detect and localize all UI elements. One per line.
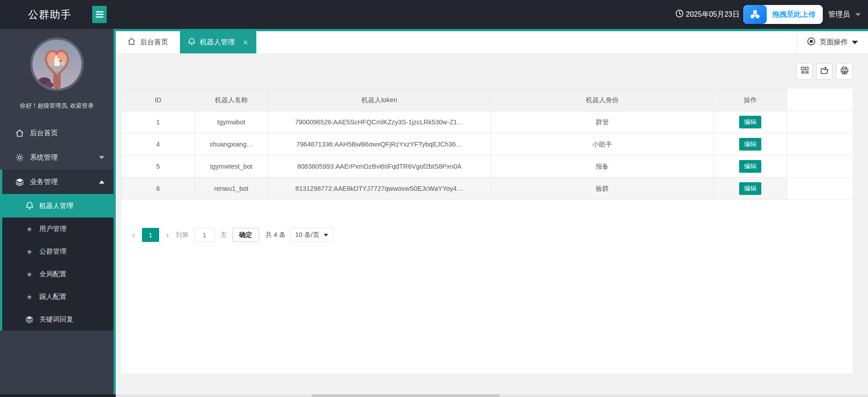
tab-bar: 后台首页 机器人管理 × 页面操作 bbox=[116, 31, 868, 54]
columns-filter-button[interactable] bbox=[797, 63, 813, 80]
goto-page-input[interactable] bbox=[194, 228, 215, 242]
column-header-filler bbox=[787, 89, 853, 111]
horizontal-scrollbar bbox=[0, 394, 868, 397]
cell-role: 验群 bbox=[491, 178, 714, 200]
column-header-actions[interactable]: 操作 bbox=[714, 89, 787, 111]
scrollbar-side-segment bbox=[0, 394, 116, 397]
total-count-label: 共 4 条 bbox=[265, 231, 286, 239]
cell-id: 5 bbox=[122, 156, 195, 178]
star-icon: ★ bbox=[25, 271, 33, 278]
sidebar: 你好！超级管理员, 欢迎登录 后台首页 系统管理 bbox=[0, 29, 113, 394]
edit-button[interactable]: 编辑 bbox=[739, 138, 761, 151]
layers-icon bbox=[25, 316, 33, 323]
page-size-value: 10 条/页 bbox=[295, 231, 319, 239]
column-header-token[interactable]: 机器人token bbox=[268, 89, 491, 111]
table-card: ID 机器人名称 机器人token 机器人身份 操作 1 tgymwbot 7 bbox=[121, 89, 853, 373]
star-icon: ★ bbox=[25, 293, 33, 300]
admin-user-menu[interactable]: 管理员 bbox=[828, 10, 850, 19]
sidebar-item-label: 关键词回复 bbox=[39, 315, 73, 324]
sidebar-item-system[interactable]: 系统管理 bbox=[0, 145, 113, 170]
export-button[interactable] bbox=[816, 63, 833, 80]
print-icon bbox=[840, 66, 849, 76]
table-row: 4 shuangxiang… 7964871336:AAH5BwB6owxQFj… bbox=[122, 133, 853, 156]
cell-name: renwu1_bot bbox=[195, 178, 268, 200]
confirm-page-button[interactable]: 确定 bbox=[232, 228, 259, 242]
sidebar-nav: 后台首页 系统管理 业务管理 bbox=[0, 121, 113, 331]
cell-token: 7964871336:AAH5BwB6owxQFjRzYxzYFTybqEJCh… bbox=[268, 133, 491, 156]
sidebar-item-keyword-reply[interactable]: 关键词回复 bbox=[2, 308, 113, 331]
page-actions-label: 页面操作 bbox=[820, 38, 848, 47]
cell-filler bbox=[787, 111, 853, 133]
gear-icon bbox=[15, 153, 24, 162]
edit-button[interactable]: 编辑 bbox=[739, 182, 761, 195]
robots-table: ID 机器人名称 机器人token 机器人身份 操作 1 tgymwbot 7 bbox=[121, 89, 853, 200]
page-actions-dropdown[interactable]: 页面操作 bbox=[797, 31, 868, 53]
chevron-up-icon bbox=[99, 180, 104, 184]
layers-icon bbox=[15, 178, 24, 186]
radio-dot-icon bbox=[807, 37, 816, 47]
export-icon bbox=[821, 66, 829, 76]
scrollbar-thumb[interactable] bbox=[312, 394, 500, 397]
bell-icon bbox=[25, 202, 33, 210]
upload-drop-overlay[interactable]: 拖拽至此上传 bbox=[743, 5, 823, 24]
prev-page-button[interactable]: ‹ bbox=[128, 230, 139, 240]
upload-overlay-label: 拖拽至此上传 bbox=[772, 10, 816, 19]
cell-name: tgymwtest_bot bbox=[195, 156, 268, 178]
sidebar-item-kick-config[interactable]: ★ 踢人配置 bbox=[2, 285, 113, 308]
column-header-role[interactable]: 机器人身份 bbox=[491, 89, 714, 111]
welcome-text: 你好！超级管理员, 欢迎登录 bbox=[0, 102, 113, 110]
cell-name: shuangxiang… bbox=[195, 133, 268, 156]
sidebar-item-business[interactable]: 业务管理 bbox=[2, 170, 113, 194]
date-text: 2025年05月23日 bbox=[686, 10, 740, 19]
chevron-down-icon bbox=[855, 13, 861, 16]
cell-token: 8131298772:AAE8kDTYJ7727qwwovwS0EJcWaYYo… bbox=[268, 178, 491, 200]
bell-icon bbox=[188, 38, 195, 47]
goto-suffix-label: 页 bbox=[221, 231, 227, 239]
table-header-row: ID 机器人名称 机器人token 机器人身份 操作 bbox=[122, 89, 853, 111]
sidebar-item-label: 全局配置 bbox=[39, 270, 66, 279]
table-row: 1 tgymwbot 7900096526:AAE5ScHFQCmlKZzy3S… bbox=[122, 111, 853, 133]
content-filler bbox=[121, 373, 853, 394]
tab-label: 机器人管理 bbox=[200, 38, 235, 47]
avatar[interactable] bbox=[30, 38, 84, 91]
tab-bar-spacer bbox=[256, 31, 797, 53]
scrollbar-track[interactable] bbox=[116, 394, 868, 397]
sidebar-item-label: 业务管理 bbox=[30, 177, 58, 187]
column-header-name[interactable]: 机器人名称 bbox=[195, 89, 268, 111]
cell-id: 6 bbox=[122, 178, 195, 200]
tab-home[interactable]: 后台首页 bbox=[116, 31, 180, 53]
hamburger-icon bbox=[96, 11, 104, 18]
cell-role: 报备 bbox=[491, 156, 714, 178]
table-row: 5 tgymwtest_bot 8083805993:AAErPxmDzBvi6… bbox=[122, 156, 853, 178]
home-icon bbox=[15, 129, 24, 137]
close-icon[interactable]: × bbox=[243, 38, 248, 47]
page-size-select[interactable]: 10 条/页 bbox=[290, 228, 333, 242]
sidebar-item-user-management[interactable]: ★ 用户管理 bbox=[2, 217, 113, 240]
next-page-button[interactable]: › bbox=[162, 230, 173, 240]
table-toolbar bbox=[121, 54, 853, 89]
cell-role: 群管 bbox=[491, 111, 714, 133]
goto-prefix-label: 到第 bbox=[176, 231, 189, 239]
sidebar-item-global-config[interactable]: ★ 全局配置 bbox=[2, 263, 113, 285]
sidebar-item-label: 用户管理 bbox=[39, 225, 66, 233]
table-row: 6 renwu1_bot 8131298772:AAE8kDTYJ7727qww… bbox=[122, 178, 853, 200]
print-button[interactable] bbox=[836, 63, 853, 80]
pagination: ‹ 1 › 到第 页 确定 共 4 条 10 条/页 bbox=[128, 228, 853, 242]
sidebar-item-robot-management[interactable]: 机器人管理 bbox=[2, 194, 113, 217]
content-body: ID 机器人名称 机器人token 机器人身份 操作 1 tgymwbot 7 bbox=[116, 54, 868, 394]
cell-role: 小助手 bbox=[491, 133, 714, 156]
cell-name: tgymwbot bbox=[195, 111, 268, 133]
tab-robot-management[interactable]: 机器人管理 × bbox=[180, 31, 256, 53]
column-header-id[interactable]: ID bbox=[122, 89, 195, 111]
hamburger-menu-button[interactable] bbox=[92, 6, 107, 23]
current-page-button[interactable]: 1 bbox=[142, 228, 159, 242]
edit-button[interactable]: 编辑 bbox=[739, 116, 761, 128]
home-icon bbox=[127, 38, 136, 47]
columns-filter-icon bbox=[801, 66, 809, 76]
caret-down-icon bbox=[852, 41, 858, 44]
app-title: 公群助手 bbox=[0, 8, 71, 22]
sidebar-item-home[interactable]: 后台首页 bbox=[0, 121, 113, 145]
top-header: 公群助手 2025年05月23日 拖拽至此上传 管理员 bbox=[0, 0, 868, 29]
sidebar-item-group-management[interactable]: ★ 公群管理 bbox=[2, 240, 113, 263]
edit-button[interactable]: 编辑 bbox=[739, 160, 761, 173]
